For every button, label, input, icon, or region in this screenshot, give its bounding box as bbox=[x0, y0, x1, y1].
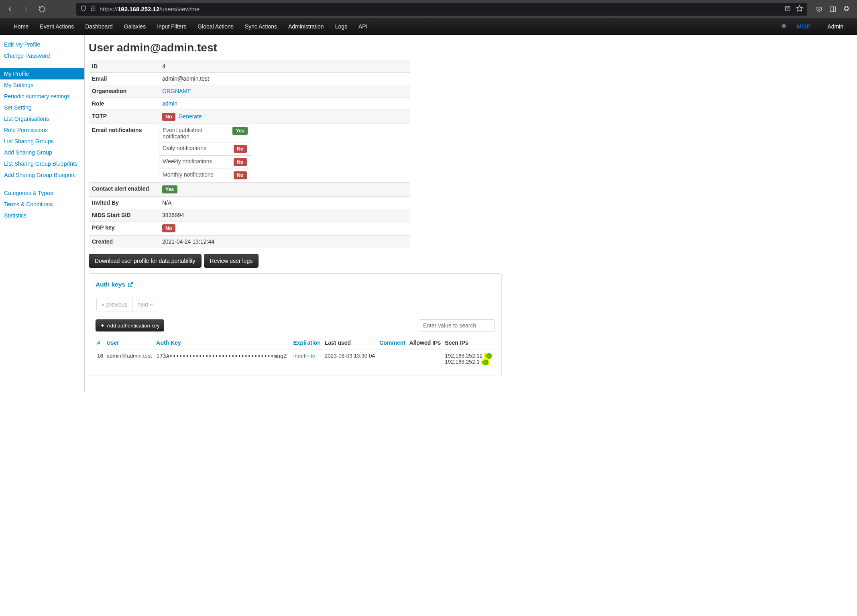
authkeys-table: #UserAuth KeyExpirationLast usedCommentA… bbox=[96, 336, 495, 368]
sidebar-my-profile[interactable]: My Profile bbox=[0, 68, 84, 79]
address-bar[interactable]: https://192.168.252.12/users/view/me bbox=[76, 3, 807, 16]
nav-global-actions[interactable]: Global Actions bbox=[192, 23, 239, 30]
user-menu[interactable]: Admin bbox=[822, 18, 849, 35]
sidebar-add-sharing-group[interactable]: Add Sharing Group bbox=[0, 147, 84, 158]
col-last-used: Last used bbox=[323, 336, 378, 350]
svg-marker-5 bbox=[797, 6, 803, 11]
col-user[interactable]: User bbox=[105, 336, 155, 350]
sidebar-set-setting[interactable]: Set Setting bbox=[0, 102, 84, 113]
top-nav: HomeEvent ActionsDashboardGalaxiesInput … bbox=[0, 18, 857, 35]
col--[interactable]: # bbox=[96, 336, 105, 350]
shield-icon bbox=[80, 5, 87, 13]
sidebar-add-sharing-group-blueprint[interactable]: Add Sharing Group Blueprint bbox=[0, 169, 84, 181]
plus-icon: ＋ bbox=[100, 322, 105, 329]
browser-actions bbox=[815, 5, 853, 13]
user-details-table: ID4 Emailadmin@admin.test OrganisationOR… bbox=[89, 60, 410, 248]
nav-logs[interactable]: Logs bbox=[330, 23, 353, 30]
svg-line-9 bbox=[130, 283, 132, 285]
sidebar-list-sharing-groups[interactable]: List Sharing Groups bbox=[0, 136, 84, 147]
brand-link[interactable]: MISP bbox=[791, 18, 816, 35]
extensions-icon[interactable] bbox=[843, 5, 851, 13]
sidebar-categories-types[interactable]: Categories & Types bbox=[0, 187, 84, 199]
back-button[interactable] bbox=[4, 3, 16, 15]
svg-rect-0 bbox=[91, 8, 95, 11]
add-auth-key-button[interactable]: ＋ Add authentication key bbox=[96, 319, 164, 331]
organisation-link[interactable]: ORGNAME bbox=[162, 88, 191, 94]
sidebar-list-sharing-group-blueprints[interactable]: List Sharing Group Blueprints bbox=[0, 158, 84, 169]
lock-icon bbox=[90, 5, 96, 13]
col-seen-ips: Seen IPs bbox=[443, 336, 495, 350]
bookmark-star-icon[interactable] bbox=[796, 5, 803, 13]
browser-toolbar: https://192.168.252.12/users/view/me bbox=[0, 0, 857, 18]
page-title: User admin@admin.test bbox=[89, 41, 502, 54]
download-profile-button[interactable]: Download user profile for data portabili… bbox=[89, 254, 202, 268]
nav-event-actions[interactable]: Event Actions bbox=[34, 23, 79, 30]
sidebar-icon[interactable] bbox=[829, 5, 837, 13]
sidebar-list-organisations[interactable]: List Organisations bbox=[0, 113, 84, 124]
notif-badge: No bbox=[234, 158, 247, 166]
pager-prev[interactable]: « previous bbox=[97, 298, 133, 311]
col-auth-key[interactable]: Auth Key bbox=[155, 336, 291, 350]
notif-badge: Yes bbox=[232, 127, 248, 135]
nav-home[interactable]: Home bbox=[8, 23, 34, 30]
nav-sync-actions[interactable]: Sync Actions bbox=[239, 23, 283, 30]
notif-label: Event published notification bbox=[159, 124, 229, 142]
totp-generate-link[interactable]: Generate bbox=[178, 113, 202, 120]
external-link-icon bbox=[128, 282, 133, 287]
notif-label: Weekly notifications bbox=[159, 156, 229, 169]
notif-label: Monthly notifications bbox=[159, 169, 229, 182]
pocket-icon[interactable] bbox=[815, 5, 823, 13]
nav-galaxies[interactable]: Galaxies bbox=[118, 23, 151, 30]
sidebar-role-permissions[interactable]: Role Permissions bbox=[0, 124, 84, 136]
svg-marker-8 bbox=[781, 23, 786, 28]
nav-administration[interactable]: Administration bbox=[283, 23, 330, 30]
pager: « previous next » bbox=[96, 298, 158, 311]
nav-input-filters[interactable]: Input Filters bbox=[151, 23, 192, 30]
col-comment[interactable]: Comment bbox=[378, 336, 407, 350]
pgp-badge: No bbox=[162, 224, 175, 232]
col-expiration[interactable]: Expiration bbox=[291, 336, 323, 350]
sidebar-statistics[interactable]: Statistics bbox=[0, 210, 84, 221]
pager-next[interactable]: next » bbox=[133, 298, 158, 311]
sidebar-terms-conditions[interactable]: Terms & Conditions bbox=[0, 199, 84, 210]
sidebar-my-settings[interactable]: My Settings bbox=[0, 79, 84, 91]
notif-badge: No bbox=[234, 145, 247, 153]
reload-button[interactable] bbox=[36, 3, 48, 15]
col-allowed-ips: Allowed IPs bbox=[408, 336, 444, 350]
notif-label: Daily notifications bbox=[159, 142, 229, 156]
reader-icon[interactable] bbox=[784, 5, 791, 13]
authkeys-section: Auth keys « previous next » ＋ Add authen… bbox=[89, 273, 502, 376]
forward-button[interactable] bbox=[20, 3, 32, 15]
main-content: User admin@admin.test ID4 Emailadmin@adm… bbox=[84, 35, 510, 392]
star-icon[interactable] bbox=[781, 22, 787, 30]
role-link[interactable]: admin bbox=[162, 100, 177, 107]
search-input[interactable] bbox=[419, 319, 495, 331]
sidebar: Edit My ProfileChange Password My Profil… bbox=[0, 35, 84, 392]
notif-badge: No bbox=[234, 171, 247, 179]
review-logs-button[interactable]: Review user logs bbox=[204, 254, 259, 268]
contact-alert-badge: Yes bbox=[162, 185, 177, 193]
pin-icon bbox=[482, 358, 490, 366]
sidebar-change-password[interactable]: Change Password bbox=[0, 50, 84, 61]
sidebar-edit-my-profile[interactable]: Edit My Profile bbox=[0, 39, 84, 50]
sidebar-periodic-summary-settings[interactable]: Periodic summary settings bbox=[0, 91, 84, 102]
url-text: https://192.168.252.12/users/view/me bbox=[100, 6, 199, 12]
authkey-row: 16admin@admin.test173A••••••••••••••••••… bbox=[96, 350, 495, 368]
totp-badge: No bbox=[162, 113, 175, 121]
nav-api[interactable]: API bbox=[353, 23, 373, 30]
svg-rect-6 bbox=[830, 7, 836, 12]
nav-dashboard[interactable]: Dashboard bbox=[79, 23, 118, 30]
authkeys-title[interactable]: Auth keys bbox=[96, 281, 133, 288]
